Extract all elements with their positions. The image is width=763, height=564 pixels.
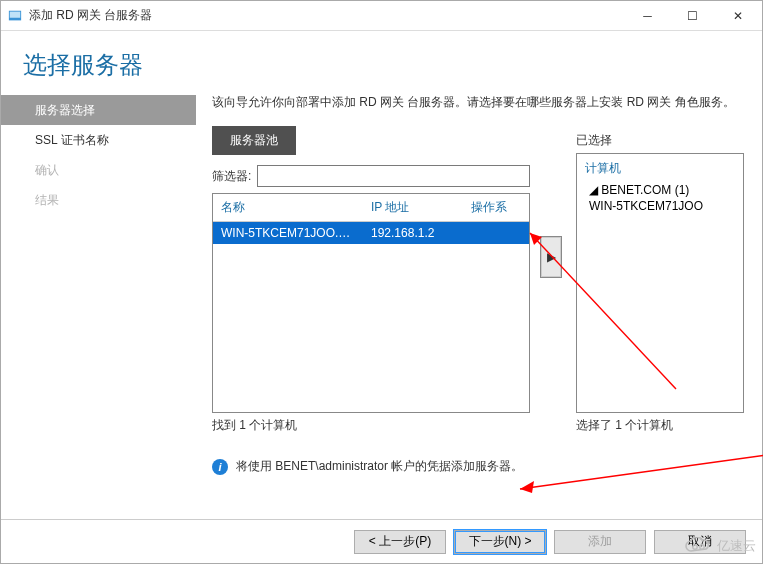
prev-button[interactable]: < 上一步(P) <box>354 530 446 554</box>
info-icon: i <box>212 459 228 475</box>
cell-ip: 192.168.1.2 <box>363 222 463 244</box>
selected-count-label: 选择了 1 个计算机 <box>576 417 744 434</box>
server-pool-table: 名称 IP 地址 操作系 WIN-5TKCEM71JOO.b... 192.16… <box>212 193 530 413</box>
selected-domain[interactable]: ◢ BENET.COM (1) <box>589 183 735 197</box>
cell-os <box>463 222 529 244</box>
page-title: 选择服务器 <box>23 49 740 81</box>
info-text: 将使用 BENET\administrator 帐户的凭据添加服务器。 <box>236 458 523 475</box>
sidebar-item-server-selection[interactable]: 服务器选择 <box>1 95 196 125</box>
selected-box: 计算机 ◢ BENET.COM (1) WIN-5TKCEM71JOO <box>576 153 744 413</box>
svg-point-6 <box>693 545 697 549</box>
col-header-ip[interactable]: IP 地址 <box>363 194 463 221</box>
col-header-name[interactable]: 名称 <box>213 194 363 221</box>
sidebar-item-confirm: 确认 <box>1 155 196 185</box>
pool-count-label: 找到 1 个计算机 <box>212 417 530 434</box>
selected-server[interactable]: WIN-5TKCEM71JOO <box>589 199 735 213</box>
window-title: 添加 RD 网关 台服务器 <box>29 7 625 24</box>
move-right-button[interactable]: ▶ <box>540 236 562 278</box>
table-row[interactable]: WIN-5TKCEM71JOO.b... 192.168.1.2 <box>213 222 529 244</box>
filter-label: 筛选器: <box>212 168 251 185</box>
content-area: 选择服务器 服务器选择 SSL 证书名称 确认 结果 该向导允许你向部署中添加 … <box>1 31 762 519</box>
instruction-text: 该向导允许你向部署中添加 RD 网关 台服务器。请选择要在哪些服务器上安装 RD… <box>212 93 744 112</box>
cell-name: WIN-5TKCEM71JOO.b... <box>213 222 363 244</box>
maximize-button[interactable]: ☐ <box>670 2 715 30</box>
svg-point-7 <box>700 545 704 549</box>
col-header-os[interactable]: 操作系 <box>463 194 529 221</box>
expand-icon: ◢ <box>589 183 598 197</box>
sidebar-item-results: 结果 <box>1 185 196 215</box>
app-icon <box>7 8 23 24</box>
move-column: ▶ <box>530 126 572 278</box>
pool-table-body: WIN-5TKCEM71JOO.b... 192.168.1.2 <box>213 222 529 412</box>
header-area: 选择服务器 <box>1 31 762 91</box>
titlebar: 添加 RD 网关 台服务器 ─ ☐ ✕ <box>1 1 762 31</box>
close-button[interactable]: ✕ <box>715 2 760 30</box>
domain-label: BENET.COM (1) <box>601 183 689 197</box>
sidebar-item-ssl-cert[interactable]: SSL 证书名称 <box>1 125 196 155</box>
server-pool-tab[interactable]: 服务器池 <box>212 126 296 155</box>
selected-header: 计算机 <box>585 160 735 177</box>
filter-row: 筛选器: <box>212 165 530 187</box>
wizard-window: 添加 RD 网关 台服务器 ─ ☐ ✕ 选择服务器 服务器选择 SSL 证书名称… <box>0 0 763 564</box>
footer: < 上一步(P) 下一步(N) > 添加 取消 <box>1 519 762 563</box>
selected-title: 已选择 <box>576 132 744 149</box>
sidebar: 服务器选择 SSL 证书名称 确认 结果 <box>1 91 196 519</box>
server-pool-column: 服务器池 筛选器: 名称 IP 地址 操作系 <box>212 126 530 434</box>
minimize-button[interactable]: ─ <box>625 2 670 30</box>
main-panel: 该向导允许你向部署中添加 RD 网关 台服务器。请选择要在哪些服务器上安装 RD… <box>196 91 762 519</box>
watermark-text: 亿速云 <box>717 537 756 555</box>
svg-rect-1 <box>10 11 21 17</box>
filter-input[interactable] <box>257 165 530 187</box>
columns: 服务器选择 SSL 证书名称 确认 结果 该向导允许你向部署中添加 RD 网关 … <box>1 91 762 519</box>
selected-column: 已选择 计算机 ◢ BENET.COM (1) WIN-5TKCEM71JOO … <box>576 126 744 434</box>
cloud-icon <box>683 537 713 555</box>
pool-layout: 服务器池 筛选器: 名称 IP 地址 操作系 <box>212 126 744 434</box>
watermark: 亿速云 <box>683 537 756 555</box>
pool-table-header: 名称 IP 地址 操作系 <box>213 194 529 222</box>
info-row: i 将使用 BENET\administrator 帐户的凭据添加服务器。 <box>212 458 744 475</box>
next-button[interactable]: 下一步(N) > <box>454 530 546 554</box>
add-button: 添加 <box>554 530 646 554</box>
svg-marker-5 <box>520 481 534 493</box>
